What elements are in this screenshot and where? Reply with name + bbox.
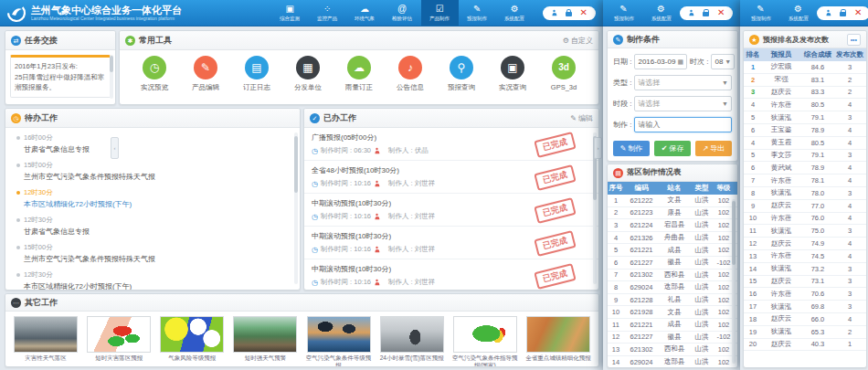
collapse-left-handle[interactable]: ‹ [111,137,119,159]
tool-订正日志[interactable]: ▤订正日志 [236,56,278,92]
button-导出[interactable]: ↗导出 [695,141,732,156]
table-row[interactable]: 4黄玉霞80.54 [744,137,866,150]
tool-产品编辑[interactable]: ✎产品编辑 [185,56,227,92]
table-row[interactable]: 3赵庆云83.32 [744,87,866,100]
table-row[interactable]: 2宋强83.12 [744,74,866,87]
nav-item-products[interactable]: ⁘监控产品 [309,0,346,26]
customize-button[interactable]: ⚙ 自定义 [563,36,593,46]
tool-分发单位[interactable]: ▦分发单位 [287,56,329,92]
scrollbar-thumb[interactable] [294,136,298,193]
work-thumbnail[interactable]: 空气污染气象条件指导预报(国家) [450,316,520,367]
table-row[interactable]: 16许东蓓70.63 [744,288,866,301]
table-row[interactable]: 11621221成县山洪102 [608,319,737,332]
todo-item[interactable]: 16时00分甘肃省气象信息专报 [16,133,291,154]
table-row[interactable]: 1沙宏娥84.63 [744,61,866,74]
handover-notice[interactable]: 2016年1月23日发布: 25日降雪过程中做好降温和寒潮预报服务。 [10,55,111,98]
todo-item[interactable]: 12时30分本市区域精细化72小时预报(下午) [16,270,291,291]
table-row[interactable]: 5狄潇泓79.13 [744,111,866,124]
user-icon[interactable] [826,10,831,16]
close-icon[interactable]: ✕ [717,8,725,17]
todo-item[interactable]: 12时30分本市区域精细化72小时预报(下午) [16,188,291,209]
nav-item-verify[interactable]: @检验评估 [384,0,421,26]
period-select[interactable]: 请选择 ▼ [634,96,732,111]
scrollbar-thumb[interactable] [732,201,736,265]
table-row[interactable]: 18赵庆云66.04 [744,313,866,326]
table-row[interactable]: 9赵庆云77.04 [744,200,866,213]
table-row[interactable]: 11狄潇泓75.03 [744,225,866,238]
nav-item-settings[interactable]: ⚙系统配置 [496,0,534,26]
close-icon[interactable]: ✕ [580,8,587,17]
button-制作[interactable]: ✎制作 [613,141,650,156]
table-row[interactable]: 13许东蓓74.54 [744,250,866,263]
tool-公告信息[interactable]: ♪公告信息 [389,56,431,92]
table-row[interactable]: 9621228礼县山洪102 [608,294,737,307]
table-row[interactable]: 10许东蓓76.04 [744,213,866,226]
button-保存[interactable]: ✔保存 [654,141,691,156]
collapse-right-handle[interactable]: › [594,137,602,159]
more-menu-button[interactable]: ••• [847,34,861,46]
date-input[interactable]: 2016-03-09 ▦ [634,54,687,69]
done-item[interactable]: 广播预报(05时00分)◷制作时间 : 06:30制作人 : 伏晶已完成 [304,128,598,161]
work-thumbnail[interactable]: 全省重点城镇精细化预报 [524,316,593,367]
work-thumbnail[interactable]: 短时灾害落区预报 [84,316,153,367]
tool-雨量订正[interactable]: ☁雨量订正 [338,56,380,92]
table-row[interactable]: 19狄潇泓65.32 [744,326,866,339]
tool-实况预览[interactable]: ◷实况预览 [133,56,175,92]
table-row[interactable]: 3621224宕昌县山洪102 [608,219,737,232]
todo-item[interactable]: 15时00分兰州市空气污染气象条件预报特殊天气报 [16,161,291,182]
work-thumbnail[interactable]: 24小时暴雪(雪)落区预报 [377,316,447,367]
table-row[interactable]: 8629024迭部县山洪102 [608,281,737,294]
table-row[interactable]: 6621227徽县山洪-102 [608,257,737,270]
work-thumbnail[interactable]: 灾害性天气落区 [11,316,80,367]
nav-item-forecast-make[interactable]: ✎预报制作 [605,0,642,26]
done-item[interactable]: 全省48小时预报(10时30分)◷制作时间 : 10:16制作人 : 刘世祥已完… [304,161,598,194]
table-row[interactable]: 14629024迭部县山洪102 [608,356,737,368]
type-select[interactable]: 请选择 ▼ [634,75,732,90]
table-row[interactable]: 6黄武斌78.94 [744,162,866,174]
todo-item[interactable]: 12时30分甘肃省气象信息专报 [16,216,291,237]
table-row[interactable]: 13621302西和县山洪102 [608,344,737,356]
table-row[interactable]: 7许东蓓78.14 [744,174,866,187]
table-row[interactable]: 8狄潇泓78.03 [744,187,866,200]
tool-GPS_3d[interactable]: 3dGPS_3d [543,56,585,91]
todo-item[interactable]: 15时00分兰州市空气污染气象条件预报特殊天气报 [16,243,291,264]
table-row[interactable]: 12621227徽县山洪-102 [608,332,737,344]
table-row[interactable]: 15赵庆云73.13 [744,276,866,289]
work-thumbnail[interactable]: 短时强天气预警 [230,316,300,367]
nav-item-forecast-make[interactable]: ✎预报制作 [459,0,496,26]
table-row[interactable]: 5621221成县山洪102 [608,244,737,257]
work-thumbnail[interactable]: 空气污染气象条件等级预报 [304,316,374,367]
table-row[interactable]: 20赵庆云40.31 [744,339,866,352]
table-row[interactable]: 12赵庆云74.94 [744,238,866,250]
table-row[interactable]: 7621302西和县山洪102 [608,270,737,282]
table-row[interactable]: 10621928文县山洪102 [608,306,737,319]
table-row[interactable]: 6王宝鉴78.94 [744,124,866,137]
lock-icon[interactable] [566,12,572,16]
hour-select[interactable]: 08 ▼ [711,54,735,69]
work-thumbnail[interactable]: 气象风险等级预报 [157,316,227,367]
table-row[interactable]: 1621222文县山洪102 [608,195,737,207]
table-row[interactable]: 14狄潇泓73.23 [744,263,866,276]
make-input[interactable] [634,117,732,132]
table-row[interactable]: 4许东蓓80.54 [744,99,866,111]
tool-预报查询[interactable]: ⚲预报查询 [440,56,482,92]
nav-item-monitor[interactable]: ▣综合监测 [271,0,309,26]
lock-icon[interactable] [840,12,846,16]
done-item[interactable]: 中期滚动预报(10时30分)◷制作时间 : 10:16制作人 : 刘世祥已完成 [304,227,598,259]
table-row[interactable]: 2621223康县山洪102 [608,207,737,220]
nav-item-settings[interactable]: ⚙系统配置 [642,0,680,26]
table-row[interactable]: 5李文莎79.13 [744,150,866,163]
nav-item-env[interactable]: ☁环境气象 [346,0,384,26]
user-icon[interactable] [689,10,694,16]
nav-item-forecast-make[interactable]: ✎预报制作 [742,0,779,26]
scrollbar-thumb[interactable] [110,56,113,72]
close-icon[interactable]: ✕ [854,8,862,17]
edit-button[interactable]: ✎ 编辑 [570,113,593,123]
user-icon[interactable] [551,10,556,16]
done-item[interactable]: 中期滚动预报(10时30分)◷制作时间 : 10:16制作人 : 刘世祥已完成 [304,194,598,227]
table-row[interactable]: 17狄潇泓69.83 [744,301,866,313]
nav-item-settings[interactable]: ⚙系统配置 [779,0,817,26]
table-row[interactable]: 4621326舟曲县山洪102 [608,232,737,245]
lock-icon[interactable] [703,12,709,16]
done-item[interactable]: 中期滚动预报(10时30分)◷制作时间 : 10:16制作人 : 刘世祥已完成 [304,259,598,291]
